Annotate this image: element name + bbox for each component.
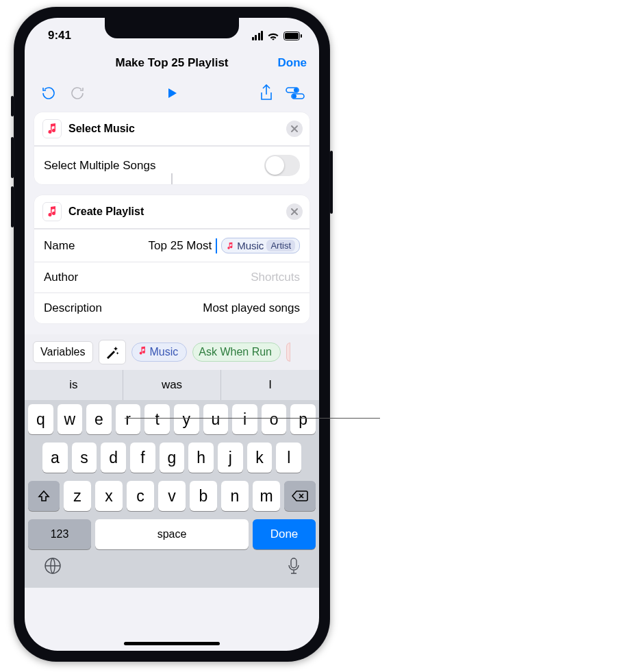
wifi-icon <box>267 32 279 40</box>
name-text: Top 25 Most <box>149 239 212 253</box>
done-button[interactable]: Done <box>278 56 307 70</box>
action-connector <box>34 184 310 195</box>
variables-button[interactable]: Variables <box>33 341 93 363</box>
key-v[interactable]: v <box>158 481 186 511</box>
playlist-description-row[interactable]: Description Most played songs <box>34 293 310 323</box>
token-label: Music <box>237 240 264 251</box>
variable-chip-ask-when-run[interactable]: Ask When Run <box>192 343 281 362</box>
key-f[interactable]: f <box>130 443 155 473</box>
action-header[interactable]: Select Music <box>34 112 310 146</box>
cellular-icon <box>252 31 264 40</box>
key-s[interactable]: s <box>72 443 97 473</box>
row-label: Description <box>44 301 102 315</box>
key-b[interactable]: b <box>190 481 217 511</box>
settings-button[interactable] <box>281 79 310 107</box>
actions-list: Select Music Select Multiple Songs <box>25 108 319 323</box>
playlist-name-row[interactable]: Name Top 25 Most Music Artist <box>34 229 310 262</box>
key-c[interactable]: c <box>127 481 154 511</box>
row-label: Select Multiple Songs <box>44 159 155 173</box>
key-h[interactable]: h <box>188 443 214 473</box>
text-cursor <box>216 238 217 253</box>
action-title: Create Playlist <box>68 206 144 218</box>
playlist-name-field[interactable]: Top 25 Most Music Artist <box>149 238 300 253</box>
key-z[interactable]: z <box>64 481 91 511</box>
variable-bar: Variables Music Ask When Run <box>25 334 319 370</box>
key-e[interactable]: e <box>86 404 112 434</box>
key-k[interactable]: k <box>247 443 273 473</box>
key-p[interactable]: p <box>290 404 316 434</box>
key-row-4: 123 space Done <box>25 515 319 553</box>
token-property: Artist <box>266 240 295 251</box>
key-l[interactable]: l <box>276 443 301 473</box>
share-button[interactable] <box>252 79 281 107</box>
variable-token-music[interactable]: Music Artist <box>221 238 300 253</box>
nav-bar: Make Top 25 Playlist Done <box>25 48 319 78</box>
key-w[interactable]: w <box>58 404 83 434</box>
status-indicators <box>252 31 303 40</box>
variable-chip-overflow[interactable] <box>286 343 290 362</box>
svg-point-4 <box>294 88 298 92</box>
svg-rect-2 <box>301 34 302 38</box>
row-label: Author <box>44 271 78 284</box>
key-x[interactable]: x <box>95 481 123 511</box>
notch <box>105 18 239 38</box>
key-d[interactable]: d <box>101 443 126 473</box>
status-time: 9:41 <box>48 29 71 42</box>
keyboard-bottom-bar <box>25 553 319 581</box>
battery-icon <box>283 32 303 40</box>
remove-action-button[interactable] <box>286 203 303 220</box>
description-field[interactable]: Most played songs <box>203 301 300 315</box>
action-title: Select Music <box>68 123 135 135</box>
svg-rect-8 <box>291 558 296 568</box>
playlist-author-row[interactable]: Author Shortcuts <box>34 262 310 293</box>
shift-key[interactable] <box>28 481 60 511</box>
music-app-icon <box>42 119 62 138</box>
globe-icon[interactable] <box>44 557 62 577</box>
key-n[interactable]: n <box>221 481 249 511</box>
mute-switch <box>11 96 14 116</box>
music-icon <box>225 240 236 251</box>
screen: 9:41 Make Top 25 Playlist Done <box>25 18 319 651</box>
numbers-key[interactable]: 123 <box>28 519 91 549</box>
key-u[interactable]: u <box>203 404 229 434</box>
magic-variable-button[interactable] <box>99 340 126 364</box>
keyboard-done-key[interactable]: Done <box>253 519 316 549</box>
volume-up-button <box>11 137 14 178</box>
chip-label: Music <box>150 346 179 358</box>
callout-leader-line <box>125 418 380 419</box>
variable-chip-music[interactable]: Music <box>131 343 188 362</box>
volume-down-button <box>11 186 14 227</box>
key-i[interactable]: i <box>232 404 257 434</box>
author-field[interactable]: Shortcuts <box>251 271 300 284</box>
key-row-2: a s d f g h j k l <box>25 438 319 477</box>
action-create-playlist: Create Playlist Name Top 25 Most <box>34 195 310 323</box>
key-j[interactable]: j <box>218 443 243 473</box>
play-button[interactable] <box>157 79 186 107</box>
select-multiple-toggle[interactable] <box>264 155 300 176</box>
music-icon <box>138 346 147 358</box>
key-m[interactable]: m <box>253 481 280 511</box>
key-q[interactable]: q <box>28 404 53 434</box>
redo-button[interactable] <box>63 79 92 107</box>
key-row-1: q w e r t y u i o p <box>25 400 319 438</box>
action-header[interactable]: Create Playlist <box>34 195 310 229</box>
key-g[interactable]: g <box>160 443 185 473</box>
undo-button[interactable] <box>34 79 63 107</box>
space-key[interactable]: space <box>95 519 249 549</box>
key-a[interactable]: a <box>42 443 68 473</box>
remove-action-button[interactable] <box>286 121 303 137</box>
suggestion-bar: is was I <box>25 370 319 400</box>
key-r[interactable]: r <box>116 404 141 434</box>
suggestion[interactable]: I <box>220 370 319 400</box>
key-o[interactable]: o <box>262 404 287 434</box>
svg-point-6 <box>292 95 296 99</box>
row-label: Name <box>44 239 75 253</box>
suggestion[interactable]: is <box>25 370 123 400</box>
key-y[interactable]: y <box>174 404 199 434</box>
home-indicator[interactable] <box>124 642 220 645</box>
dictation-icon[interactable] <box>288 557 300 577</box>
suggestion[interactable]: was <box>123 370 221 400</box>
keyboard: is was I q w e r t y u i o p a s d f <box>25 370 319 588</box>
backspace-key[interactable] <box>284 481 316 511</box>
key-t[interactable]: t <box>144 404 170 434</box>
